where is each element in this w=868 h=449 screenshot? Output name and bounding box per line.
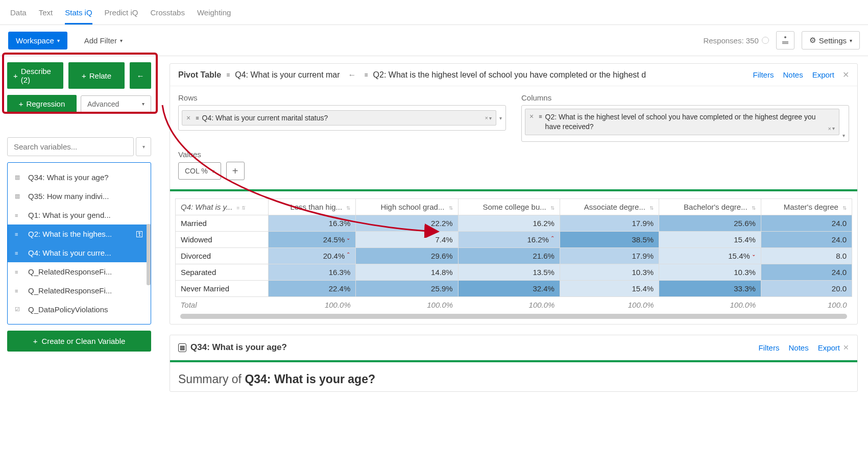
filters-link[interactable]: Filters <box>753 70 774 79</box>
add-filter-label: Add Filter <box>84 36 117 45</box>
column-header[interactable]: Associate degre... ⇅ <box>560 199 659 215</box>
chevron-down-icon: ▾ <box>142 101 144 107</box>
sub-toolbar: Workspace ▾ Add Filter ▾ Responses: 350 … <box>0 25 868 56</box>
list-icon: ≡ <box>15 231 23 237</box>
notes-link[interactable]: Notes <box>783 70 803 79</box>
tab-crosstabs[interactable]: Crosstabs <box>150 4 185 24</box>
describe-button[interactable]: +Describe (2) <box>7 62 63 89</box>
data-cell: 13.5% <box>458 264 560 281</box>
table-row: Separated16.3%14.8%13.5%10.3%10.3%24.0 <box>176 264 852 281</box>
regression-button[interactable]: +Regression <box>7 95 77 113</box>
create-clean-variable-button[interactable]: +Create or Clean Variable <box>7 331 151 352</box>
rows-chip-container[interactable]: × ≡ Q4: What is your current marital sta… <box>178 105 506 131</box>
remove-icon[interactable]: × <box>828 126 831 132</box>
data-cell: 15.4% <box>560 281 659 297</box>
add-value-button[interactable]: + <box>226 162 245 180</box>
teacher-icon-button[interactable] <box>776 31 794 49</box>
relate-button[interactable]: +Relate <box>68 62 125 89</box>
data-cell: 22.4% <box>268 281 356 297</box>
data-cell: 29.6% <box>356 248 458 264</box>
row-label: Married <box>176 215 269 232</box>
tab-text[interactable]: Text <box>39 4 53 24</box>
variable-item[interactable]: ☑Q_DataPolicyViolations <box>8 300 151 319</box>
advanced-dropdown[interactable]: Advanced▾ <box>81 95 151 113</box>
column-header[interactable]: Master's degree ⇅ <box>761 199 852 215</box>
chevron-down-icon: ▾ <box>57 38 60 43</box>
column-header[interactable]: Bachelor's degre... ⇅ <box>659 199 761 215</box>
column-header[interactable]: High school grad... ⇅ <box>356 199 458 215</box>
list-icon: ≡ <box>15 288 23 294</box>
close-card-button[interactable]: ✕ <box>843 343 849 352</box>
table-row: Widowed24.5%⌄7.4%16.2%⌃38.5%15.4%24.0 <box>176 232 852 248</box>
data-cell: 17.9% <box>560 248 659 264</box>
variable-item[interactable]: ≡Q_RelatedResponseFi... <box>8 262 151 281</box>
list-icon: ≡ <box>196 115 199 121</box>
workspace-dropdown[interactable]: Workspace ▾ <box>8 32 67 49</box>
column-header[interactable]: Less than hig... ⇅ <box>268 199 356 215</box>
table-row: Divorced20.4%⌃29.6%21.6%17.9%15.4%⌄8.0 <box>176 248 852 264</box>
data-cell: 10.3% <box>560 264 659 281</box>
variable-item[interactable]: ▥Q35: How many indivi... <box>8 187 151 206</box>
workspace-label: Workspace <box>16 36 54 45</box>
row-label: Divorced <box>176 248 269 264</box>
settings-label: Settings <box>819 36 847 45</box>
chevron-down-icon[interactable]: ▾ <box>496 115 502 121</box>
chevron-down-icon: ▾ <box>212 168 214 174</box>
data-cell: 24.5%⌄ <box>268 232 356 248</box>
settings-button[interactable]: ⚙ Settings ▾ <box>802 31 860 49</box>
data-cell: 16.2%⌃ <box>458 232 560 248</box>
tab-predict-iq[interactable]: Predict iQ <box>105 4 138 24</box>
row-variable-chip[interactable]: × ≡ Q4: What is your current marital sta… <box>182 110 496 126</box>
search-variables-input[interactable] <box>7 137 134 156</box>
search-filter-dropdown[interactable]: ▾ <box>136 137 151 156</box>
data-cell: 22.2% <box>356 215 458 232</box>
remove-icon[interactable]: × <box>485 115 488 121</box>
variable-item[interactable]: ▥Q34: What is your age? <box>8 168 151 187</box>
notes-link[interactable]: Notes <box>788 343 808 352</box>
chevron-down-icon[interactable]: ▾ <box>832 126 835 131</box>
export-link[interactable]: Export <box>812 70 834 79</box>
values-metric-dropdown[interactable]: COL %▾ <box>178 162 221 180</box>
column-header[interactable]: Q4: What is y... ≡ ⇅ <box>176 199 269 215</box>
list-icon: ≡ <box>539 112 542 119</box>
summary-heading: Summary of Q34: What is your age? <box>178 372 849 386</box>
checkbox-icon: ☑ <box>15 306 23 313</box>
tab-stats-iq[interactable]: Stats iQ <box>65 4 92 24</box>
variable-item[interactable]: ≡Q1: What is your gend... <box>8 206 151 224</box>
horizontal-scrollbar[interactable] <box>180 314 847 319</box>
data-cell: 25.6% <box>659 215 761 232</box>
columns-chip-container[interactable]: × ≡ Q2: What is the highest level of sch… <box>521 105 849 142</box>
relate-back-button[interactable]: ← <box>130 62 151 89</box>
chevron-down-icon[interactable]: ▾ <box>839 133 846 138</box>
tab-data[interactable]: Data <box>10 4 27 24</box>
columns-label: Columns <box>521 93 849 102</box>
scrollbar[interactable] <box>147 224 151 285</box>
remove-chip-button[interactable]: × <box>186 114 192 122</box>
tab-weighting[interactable]: Weighting <box>197 4 231 24</box>
data-cell: 32.4% <box>458 281 560 297</box>
column-variable-chip[interactable]: × ≡ Q2: What is the highest level of sch… <box>525 109 839 135</box>
data-cell: 7.4% <box>356 232 458 248</box>
info-icon[interactable] <box>762 37 769 44</box>
variable-item-selected[interactable]: ≡Q4: What is your curre... <box>8 243 151 262</box>
remove-chip-button[interactable]: × <box>529 112 536 120</box>
close-card-button[interactable]: ✕ <box>842 70 849 80</box>
data-cell: 16.3% <box>268 215 356 232</box>
chevron-down-icon[interactable]: ▾ <box>489 115 492 121</box>
data-cell: 16.2% <box>458 215 560 232</box>
list-icon: ≡ <box>15 269 23 275</box>
chevron-down-icon: ▾ <box>142 144 145 149</box>
export-link[interactable]: Export <box>818 343 840 352</box>
variable-item[interactable]: ≡Q_RelatedResponseFi... <box>8 281 151 300</box>
add-filter-button[interactable]: Add Filter ▾ <box>77 32 130 49</box>
list-icon: ≡ <box>15 212 23 218</box>
data-cell: 25.9% <box>356 281 458 297</box>
variable-item-selected[interactable]: ≡Q2: What is the highes...⚿ <box>8 224 151 243</box>
describe-card-title: ▥ Q34: What is your age? <box>178 342 287 353</box>
filters-link[interactable]: Filters <box>759 343 780 352</box>
arrow-left-icon: ← <box>137 71 144 80</box>
bar-chart-icon: ▥ <box>15 174 23 181</box>
plus-icon: + <box>13 71 18 80</box>
apple-book-icon <box>780 35 790 45</box>
column-header[interactable]: Some college bu... ⇅ <box>458 199 560 215</box>
